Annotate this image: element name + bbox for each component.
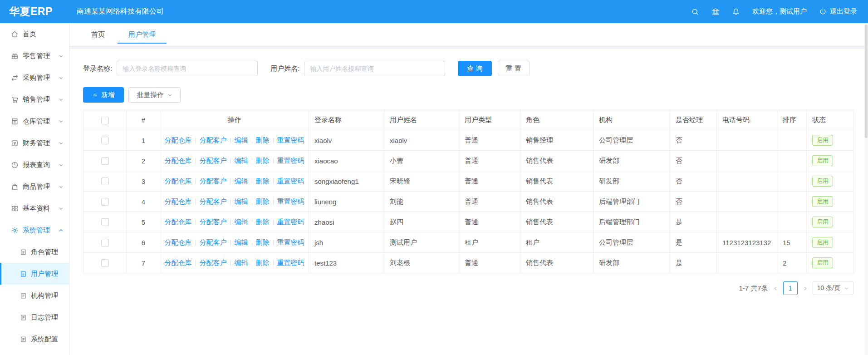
- select-all-checkbox[interactable]: [101, 117, 109, 124]
- sidebar-item-label: 首页: [23, 30, 64, 39]
- edit-link[interactable]: 编辑: [235, 197, 248, 205]
- assign-warehouse-link[interactable]: 分配仓库: [165, 259, 192, 266]
- row-checkbox[interactable]: [101, 239, 109, 247]
- sidebar-item-label: 日志管理: [31, 313, 64, 322]
- edit-link[interactable]: 编辑: [235, 238, 248, 246]
- sidebar-item-user-mgmt[interactable]: 用户管理: [0, 263, 69, 285]
- status-badge[interactable]: 启用: [812, 237, 833, 248]
- reset-password-link[interactable]: 重置密码: [277, 197, 304, 205]
- sidebar-item-system[interactable]: 系统管理: [0, 219, 69, 241]
- sidebar-item-purchase[interactable]: 采购管理: [0, 67, 69, 89]
- chevron-down-icon: [59, 141, 64, 146]
- row-index: 3: [127, 171, 160, 192]
- tab-user-mgmt[interactable]: 用户管理: [118, 26, 167, 44]
- sidebar-item-sales[interactable]: 销售管理: [0, 89, 69, 110]
- assign-customer-link[interactable]: 分配客户: [200, 177, 227, 185]
- next-page-button[interactable]: [802, 286, 808, 291]
- cell-type: 租户: [459, 232, 520, 253]
- reset-button[interactable]: 重 置: [498, 61, 530, 76]
- assign-warehouse-link[interactable]: 分配仓库: [165, 157, 192, 164]
- search-icon[interactable]: [691, 8, 699, 16]
- table-row: 4 分配仓库分配客户编辑删除重置密码 liuneng 刘能 普通 销售代表 后端…: [83, 192, 854, 212]
- sidebar-item-warehouse[interactable]: 仓库管理: [0, 110, 69, 132]
- edit-link[interactable]: 编辑: [235, 157, 248, 164]
- row-checkbox[interactable]: [101, 259, 109, 267]
- assign-customer-link[interactable]: 分配客户: [200, 136, 227, 144]
- reset-password-link[interactable]: 重置密码: [277, 238, 304, 246]
- assign-warehouse-link[interactable]: 分配仓库: [165, 218, 192, 226]
- sidebar-item-label: 报表查询: [23, 161, 59, 169]
- assign-customer-link[interactable]: 分配客户: [200, 238, 227, 246]
- scrollbar-thumb[interactable]: [865, 25, 868, 138]
- cell-sort: [777, 192, 807, 212]
- reset-password-link[interactable]: 重置密码: [277, 259, 304, 266]
- edit-link[interactable]: 编辑: [235, 218, 248, 226]
- assign-warehouse-link[interactable]: 分配仓库: [165, 136, 192, 144]
- prev-page-button[interactable]: [773, 286, 779, 291]
- report-pie-icon: [11, 161, 19, 169]
- assign-customer-link[interactable]: 分配客户: [200, 218, 227, 226]
- cell-role: 销售代表: [520, 253, 593, 273]
- assign-customer-link[interactable]: 分配客户: [200, 259, 227, 266]
- status-badge[interactable]: 启用: [812, 196, 833, 207]
- finance-icon: [11, 139, 19, 147]
- bank-icon[interactable]: [711, 8, 720, 16]
- row-checkbox[interactable]: [101, 178, 109, 185]
- op-separator: [252, 158, 252, 164]
- sidebar-item-label: 采购管理: [23, 74, 59, 82]
- row-checkbox[interactable]: [101, 218, 109, 226]
- delete-link[interactable]: 删除: [256, 136, 270, 144]
- sidebar-item-finance[interactable]: 财务管理: [0, 132, 69, 154]
- assign-customer-link[interactable]: 分配客户: [200, 157, 227, 164]
- reset-password-link[interactable]: 重置密码: [277, 157, 304, 164]
- user-name-input[interactable]: [304, 61, 445, 76]
- reset-password-link[interactable]: 重置密码: [277, 218, 304, 226]
- delete-link[interactable]: 删除: [256, 218, 270, 226]
- reset-password-link[interactable]: 重置密码: [277, 136, 304, 144]
- sidebar-item-log-mgmt[interactable]: 日志管理: [0, 306, 69, 328]
- row-checkbox[interactable]: [101, 198, 109, 206]
- tab-home[interactable]: 首页: [80, 26, 116, 44]
- sidebar-item-retail[interactable]: 零售管理: [0, 45, 69, 67]
- status-badge[interactable]: 启用: [812, 176, 833, 187]
- sidebar-item-system-config[interactable]: 系统配置: [0, 328, 69, 350]
- cell-sort: [777, 212, 807, 232]
- assign-customer-link[interactable]: 分配客户: [200, 197, 227, 205]
- query-button[interactable]: 查 询: [458, 61, 491, 76]
- sidebar-item-role-mgmt[interactable]: 角色管理: [0, 241, 69, 263]
- delete-link[interactable]: 删除: [256, 157, 270, 164]
- edit-link[interactable]: 编辑: [235, 259, 248, 266]
- sidebar-item-home[interactable]: 首页: [0, 23, 69, 45]
- status-badge[interactable]: 启用: [812, 155, 833, 166]
- status-badge[interactable]: 启用: [812, 217, 833, 227]
- delete-link[interactable]: 删除: [256, 259, 270, 266]
- assign-warehouse-link[interactable]: 分配仓库: [165, 177, 192, 185]
- login-name-input[interactable]: [117, 61, 258, 76]
- sidebar-item-org-mgmt[interactable]: 机构管理: [0, 285, 69, 306]
- sidebar-item-reports[interactable]: 报表查询: [0, 154, 69, 176]
- batch-actions-button[interactable]: 批量操作: [128, 87, 181, 103]
- delete-link[interactable]: 删除: [256, 238, 270, 246]
- edit-link[interactable]: 编辑: [235, 177, 248, 185]
- assign-warehouse-link[interactable]: 分配仓库: [165, 197, 192, 205]
- page-size-select[interactable]: 10 条/页: [813, 281, 853, 295]
- sidebar-item-goods[interactable]: 商品管理: [0, 176, 69, 197]
- delete-link[interactable]: 删除: [256, 177, 270, 185]
- vertical-scrollbar[interactable]: [864, 23, 868, 355]
- delete-link[interactable]: 删除: [256, 197, 270, 205]
- bell-icon[interactable]: [732, 8, 740, 16]
- cell-login: liuneng: [309, 192, 384, 212]
- chevron-down-icon: [59, 119, 64, 124]
- edit-link[interactable]: 编辑: [235, 136, 248, 144]
- row-checkbox[interactable]: [101, 137, 109, 144]
- row-checkbox[interactable]: [101, 157, 109, 165]
- logout-button[interactable]: 退出登录: [819, 7, 857, 16]
- assign-warehouse-link[interactable]: 分配仓库: [165, 238, 192, 246]
- status-badge[interactable]: 启用: [812, 135, 833, 146]
- sidebar-item-basic-data[interactable]: 基本资料: [0, 197, 69, 219]
- doc-icon: [20, 314, 27, 321]
- add-button[interactable]: 新增: [83, 87, 124, 103]
- reset-password-link[interactable]: 重置密码: [277, 177, 304, 185]
- status-badge[interactable]: 启用: [812, 257, 833, 268]
- page-number-button[interactable]: 1: [783, 281, 798, 295]
